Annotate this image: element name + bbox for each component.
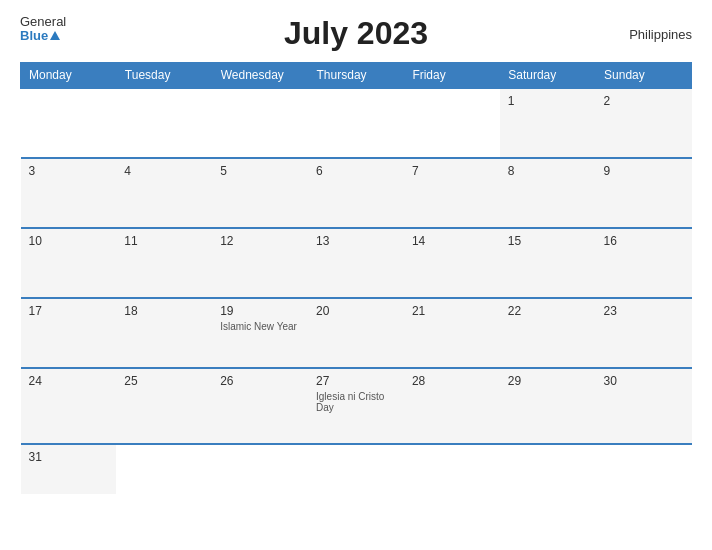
header-monday: Monday [21,63,117,89]
day-number: 9 [604,164,684,178]
calendar-day-cell [404,444,500,494]
calendar-day-cell: 16 [596,228,692,298]
calendar-day-cell: 15 [500,228,596,298]
header-wednesday: Wednesday [212,63,308,89]
day-number: 19 [220,304,300,318]
header-thursday: Thursday [308,63,404,89]
calendar-day-cell: 14 [404,228,500,298]
day-number: 30 [604,374,684,388]
calendar-day-cell: 23 [596,298,692,368]
logo: General Blue [20,15,66,44]
day-number: 14 [412,234,492,248]
calendar-day-cell: 13 [308,228,404,298]
calendar-day-cell [21,88,117,158]
calendar-week-row: 12 [21,88,692,158]
day-number: 12 [220,234,300,248]
holiday-name: Islamic New Year [220,321,300,332]
calendar-day-cell [212,88,308,158]
calendar-day-cell [596,444,692,494]
calendar-day-cell [116,444,212,494]
day-number: 15 [508,234,588,248]
calendar-day-cell: 28 [404,368,500,444]
day-number: 13 [316,234,396,248]
header-friday: Friday [404,63,500,89]
calendar-container: General Blue July 2023 Philippines Monda… [0,0,712,550]
logo-general-text: General [20,15,66,29]
day-number: 11 [124,234,204,248]
calendar-day-cell: 10 [21,228,117,298]
day-number: 7 [412,164,492,178]
calendar-week-row: 171819Islamic New Year20212223 [21,298,692,368]
day-number: 22 [508,304,588,318]
day-number: 5 [220,164,300,178]
calendar-week-row: 31 [21,444,692,494]
country-label: Philippines [629,26,692,41]
calendar-day-cell: 11 [116,228,212,298]
calendar-day-cell: 17 [21,298,117,368]
day-number: 25 [124,374,204,388]
calendar-day-cell: 6 [308,158,404,228]
day-number: 4 [124,164,204,178]
month-title: July 2023 [284,15,428,52]
day-number: 1 [508,94,588,108]
calendar-day-cell [308,444,404,494]
day-number: 3 [29,164,109,178]
calendar-week-row: 10111213141516 [21,228,692,298]
calendar-day-cell: 20 [308,298,404,368]
calendar-day-cell: 29 [500,368,596,444]
calendar-day-cell [404,88,500,158]
calendar-day-cell: 30 [596,368,692,444]
day-number: 20 [316,304,396,318]
calendar-day-cell: 19Islamic New Year [212,298,308,368]
day-number: 26 [220,374,300,388]
calendar-day-cell [116,88,212,158]
calendar-day-cell: 24 [21,368,117,444]
calendar-day-cell: 12 [212,228,308,298]
calendar-grid: Monday Tuesday Wednesday Thursday Friday… [20,62,692,494]
calendar-day-cell: 31 [21,444,117,494]
calendar-day-cell: 21 [404,298,500,368]
day-number: 8 [508,164,588,178]
calendar-day-cell: 9 [596,158,692,228]
day-number: 29 [508,374,588,388]
calendar-day-cell: 18 [116,298,212,368]
header-saturday: Saturday [500,63,596,89]
calendar-header: General Blue July 2023 Philippines [20,15,692,52]
calendar-week-row: 24252627Iglesia ni Cristo Day282930 [21,368,692,444]
calendar-day-cell [308,88,404,158]
weekday-header-row: Monday Tuesday Wednesday Thursday Friday… [21,63,692,89]
calendar-day-cell: 1 [500,88,596,158]
calendar-day-cell: 22 [500,298,596,368]
day-number: 23 [604,304,684,318]
logo-triangle-icon [50,31,60,40]
calendar-day-cell [212,444,308,494]
holiday-name: Iglesia ni Cristo Day [316,391,396,413]
header-sunday: Sunday [596,63,692,89]
calendar-day-cell: 5 [212,158,308,228]
day-number: 10 [29,234,109,248]
calendar-day-cell [500,444,596,494]
calendar-day-cell: 27Iglesia ni Cristo Day [308,368,404,444]
calendar-day-cell: 8 [500,158,596,228]
calendar-day-cell: 7 [404,158,500,228]
day-number: 28 [412,374,492,388]
day-number: 31 [29,450,109,464]
day-number: 18 [124,304,204,318]
logo-blue-text: Blue [20,29,48,43]
calendar-week-row: 3456789 [21,158,692,228]
day-number: 17 [29,304,109,318]
calendar-day-cell: 3 [21,158,117,228]
calendar-day-cell: 4 [116,158,212,228]
day-number: 6 [316,164,396,178]
day-number: 21 [412,304,492,318]
day-number: 2 [604,94,684,108]
calendar-day-cell: 26 [212,368,308,444]
calendar-day-cell: 25 [116,368,212,444]
day-number: 27 [316,374,396,388]
day-number: 24 [29,374,109,388]
header-tuesday: Tuesday [116,63,212,89]
calendar-day-cell: 2 [596,88,692,158]
day-number: 16 [604,234,684,248]
